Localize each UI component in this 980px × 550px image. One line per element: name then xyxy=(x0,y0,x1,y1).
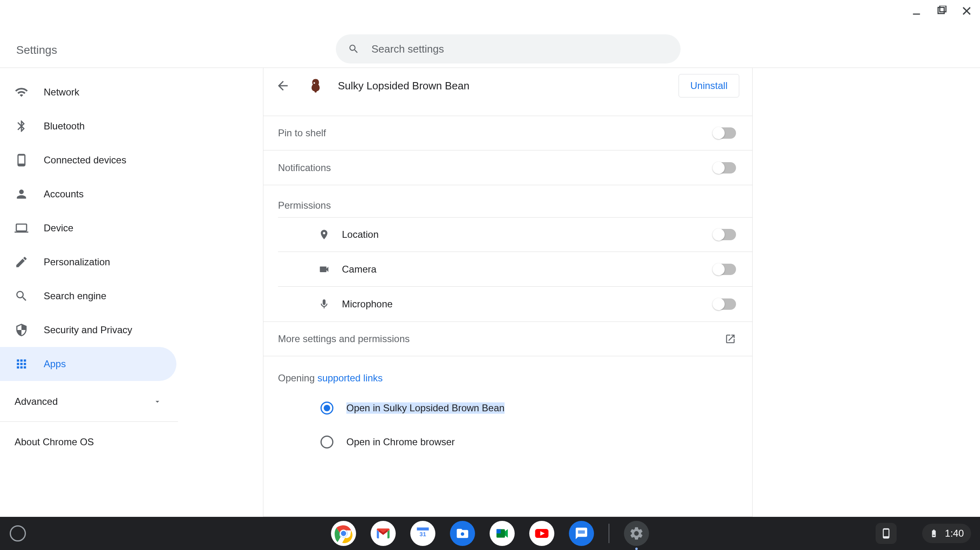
clock: 1:40 xyxy=(945,528,964,539)
permission-location-row: Location xyxy=(278,217,752,252)
shelf-app-gmail[interactable] xyxy=(371,521,396,546)
notifications-label: Notifications xyxy=(278,162,331,173)
sidebar-item-personalization[interactable]: Personalization xyxy=(0,245,176,279)
radio-icon xyxy=(320,436,333,448)
search-input[interactable] xyxy=(371,43,668,55)
phone-icon xyxy=(15,153,28,167)
sidebar-label: Accounts xyxy=(44,188,84,200)
sidebar-item-apps[interactable]: Apps xyxy=(0,347,176,381)
svg-text:31: 31 xyxy=(420,531,426,537)
shelf: 31 1:40 xyxy=(0,517,980,550)
radio-open-in-app-label: Open in Sulky Lopsided Brown Bean xyxy=(346,402,505,414)
more-settings-row[interactable]: More settings and permissions xyxy=(263,322,752,356)
sidebar-item-security[interactable]: Security and Privacy xyxy=(0,313,176,347)
open-external-icon xyxy=(725,333,736,345)
supported-links-link[interactable]: supported links xyxy=(317,372,382,383)
sidebar: Network Bluetooth Connected devices Acco… xyxy=(0,68,178,517)
sidebar-item-accounts[interactable]: Accounts xyxy=(0,177,176,211)
edit-icon xyxy=(15,255,28,269)
svg-point-13 xyxy=(461,532,465,536)
permission-location-toggle[interactable] xyxy=(713,229,736,240)
about-label: About Chrome OS xyxy=(15,436,94,448)
back-button[interactable] xyxy=(276,78,290,93)
permission-camera-toggle[interactable] xyxy=(713,264,736,275)
pin-to-shelf-row: Pin to shelf xyxy=(263,116,752,150)
radio-open-in-chrome[interactable]: Open in Chrome browser xyxy=(278,425,752,459)
permission-location-label: Location xyxy=(342,229,379,240)
app-name: Sulky Lopsided Brown Bean xyxy=(338,80,669,92)
notifications-row: Notifications xyxy=(263,150,752,185)
permission-microphone-label: Microphone xyxy=(342,298,392,310)
shelf-app-youtube[interactable] xyxy=(529,521,554,546)
sidebar-item-connected-devices[interactable]: Connected devices xyxy=(0,143,176,177)
permission-microphone-row: Microphone xyxy=(278,287,752,322)
radio-icon xyxy=(320,402,333,415)
permission-camera-label: Camera xyxy=(342,264,376,275)
pin-to-shelf-toggle[interactable] xyxy=(713,127,736,139)
shelf-app-calendar[interactable]: 31 xyxy=(410,521,435,546)
laptop-icon xyxy=(15,221,28,235)
sidebar-label: Security and Privacy xyxy=(44,324,132,336)
chevron-down-icon xyxy=(153,397,162,406)
status-tray[interactable]: 1:40 xyxy=(922,524,971,543)
apps-icon xyxy=(15,357,28,371)
person-icon xyxy=(15,187,28,201)
sidebar-label: Apps xyxy=(44,358,66,370)
sidebar-item-search-engine[interactable]: Search engine xyxy=(0,279,176,313)
shelf-divider xyxy=(609,524,609,543)
radio-open-in-chrome-label: Open in Chrome browser xyxy=(346,436,455,448)
search-box[interactable] xyxy=(336,34,681,63)
sidebar-label: Connected devices xyxy=(44,154,126,166)
sidebar-label: Bluetooth xyxy=(44,121,85,132)
radio-open-in-app[interactable]: Open in Sulky Lopsided Brown Bean xyxy=(278,391,752,425)
shelf-app-settings[interactable] xyxy=(624,521,649,546)
camera-icon xyxy=(318,264,330,275)
pin-to-shelf-label: Pin to shelf xyxy=(278,127,326,139)
bluetooth-icon xyxy=(15,119,28,133)
sidebar-advanced[interactable]: Advanced xyxy=(0,384,178,418)
shield-icon xyxy=(15,323,28,337)
wifi-icon xyxy=(15,85,28,99)
shelf-app-files[interactable] xyxy=(450,521,475,546)
sidebar-item-bluetooth[interactable]: Bluetooth xyxy=(0,109,176,143)
sidebar-divider xyxy=(0,421,178,422)
sidebar-about[interactable]: About Chrome OS xyxy=(0,425,178,459)
svg-point-3 xyxy=(314,82,315,84)
sidebar-label: Network xyxy=(44,87,79,98)
location-icon xyxy=(318,229,330,240)
sidebar-item-device[interactable]: Device xyxy=(0,211,176,245)
app-detail-panel: Sulky Lopsided Brown Bean Uninstall Pin … xyxy=(263,68,753,517)
launcher-button[interactable] xyxy=(10,525,26,542)
content-area: Sulky Lopsided Brown Bean Uninstall Pin … xyxy=(178,68,980,517)
shelf-app-messages[interactable] xyxy=(569,521,594,546)
app-icon xyxy=(307,77,324,94)
more-settings-label: More settings and permissions xyxy=(278,333,409,345)
opening-links-heading: Opening supported links xyxy=(278,372,752,384)
search-icon xyxy=(348,43,359,55)
notifications-toggle[interactable] xyxy=(713,162,736,173)
shelf-app-meet[interactable] xyxy=(490,521,515,546)
shelf-app-chrome[interactable] xyxy=(331,521,356,546)
sidebar-label: Search engine xyxy=(44,290,106,302)
notification-tray[interactable] xyxy=(876,523,897,544)
advanced-label: Advanced xyxy=(15,396,58,407)
sidebar-label: Personalization xyxy=(44,256,110,268)
battery-icon xyxy=(929,529,938,538)
permission-microphone-toggle[interactable] xyxy=(713,298,736,310)
sidebar-label: Device xyxy=(44,222,73,234)
permission-camera-row: Camera xyxy=(278,252,752,287)
opening-prefix: Opening xyxy=(278,372,317,383)
permissions-header: Permissions xyxy=(263,185,752,217)
microphone-icon xyxy=(318,298,330,310)
search-icon xyxy=(15,289,28,303)
sidebar-item-network[interactable]: Network xyxy=(0,75,176,109)
page-title: Settings xyxy=(16,44,57,57)
uninstall-button[interactable]: Uninstall xyxy=(679,74,739,97)
